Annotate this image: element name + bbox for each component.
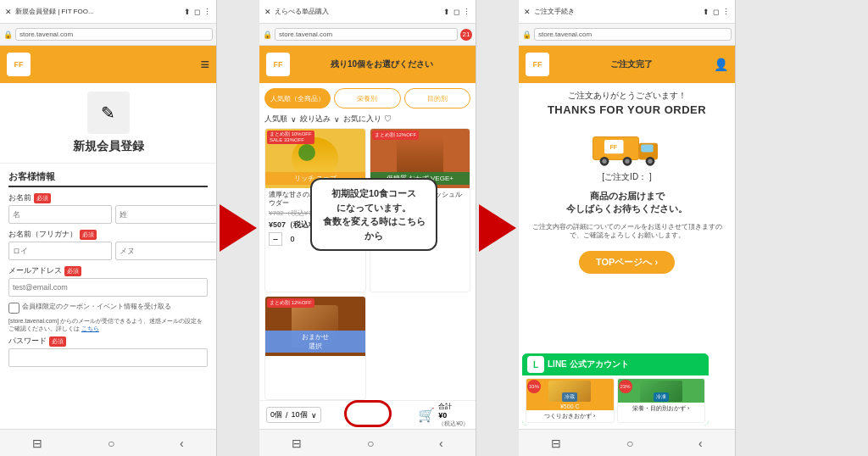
counter-minus-1[interactable]: − bbox=[269, 232, 282, 246]
close-icon-2[interactable]: ✕ bbox=[264, 8, 271, 16]
line-banner[interactable]: L LINE 公式アカウント 33% 冷蔵 ¥500 C つくりおきおかず › … bbox=[522, 353, 709, 425]
tab-icon[interactable]: ◻ bbox=[194, 8, 200, 16]
share-icon-3[interactable]: ⬆ bbox=[703, 8, 709, 16]
cart-counter[interactable]: 0個 / 10個 ∨ bbox=[266, 407, 321, 423]
phone3-ff-logo: FF bbox=[526, 53, 549, 76]
nav2-back-btn[interactable]: ‹ bbox=[439, 437, 443, 450]
email-label: メールアドレス 必須 bbox=[8, 265, 208, 276]
nav-back-btn[interactable]: ‹ bbox=[180, 437, 184, 450]
email-input[interactable] bbox=[8, 278, 208, 297]
phone3-browser-bar: 🔒 store.tavenal.com bbox=[519, 24, 735, 46]
hamburger-menu[interactable]: ≡ bbox=[200, 56, 209, 74]
ff-logo: FF bbox=[7, 53, 31, 76]
line-card-1[interactable]: 33% 冷蔵 ¥500 C つくりおきおかず › bbox=[526, 378, 615, 423]
cart-icon: 🛒 bbox=[418, 407, 435, 423]
card1-label1: 冷蔵 bbox=[562, 392, 577, 402]
menu-icon-3[interactable]: ⋮ bbox=[722, 8, 730, 16]
sort-btn[interactable]: 人気順 bbox=[264, 114, 287, 125]
nav3-menu-btn[interactable]: ⊟ bbox=[551, 437, 561, 450]
cart-icon-group: 🛒 合計 ¥0 （税込¥0） bbox=[418, 402, 469, 428]
line-logo: L bbox=[527, 356, 544, 373]
favorite-btn[interactable]: お気に入り ♡ bbox=[343, 114, 392, 125]
svg-rect-5 bbox=[641, 145, 653, 153]
menu-icon-2[interactable]: ⋮ bbox=[463, 8, 470, 16]
furigana-required-badge: 必須 bbox=[80, 230, 97, 240]
filter-tabs: 人気順（全商品） 栄養別 目的別 bbox=[259, 83, 476, 112]
password-label: パスワード 必須 bbox=[8, 336, 208, 347]
coupon-note: [store.tavenal.com] からのメールが受信できるよう、迷惑メール… bbox=[8, 317, 208, 332]
arrow1 bbox=[220, 204, 257, 252]
line-card-img-2: 23% 冷凍 bbox=[618, 379, 705, 403]
nav-menu-btn[interactable]: ⊟ bbox=[32, 437, 42, 450]
top-page-button[interactable]: TOPページへ › bbox=[579, 251, 675, 274]
svg-point-7 bbox=[602, 159, 606, 164]
edit-icon: ✎ bbox=[101, 103, 115, 123]
arrow1-container bbox=[217, 0, 259, 456]
product-tag-3: おまかせ選択 bbox=[265, 331, 365, 353]
tab-icon-2[interactable]: ◻ bbox=[453, 8, 459, 16]
product-badge-1: まとめ割 10%OFFSALE 33%OFF bbox=[267, 131, 314, 144]
phone2-nav: ⊟ ○ ‹ bbox=[259, 429, 476, 456]
phone3-browser-url[interactable]: store.tavenal.com bbox=[534, 28, 732, 41]
products-grid: まとめ割 10%OFFSALE 33%OFF リッチ スープ 濃厚な甘さのパンプ… bbox=[259, 128, 476, 400]
form-section: お客様情報 お名前 必須 お名前（フリガナ） 必須 bbox=[0, 164, 216, 429]
arrow2-container bbox=[476, 0, 519, 456]
line-card-img-1: 33% 冷蔵 bbox=[526, 379, 614, 403]
coupon-checkbox[interactable] bbox=[8, 303, 19, 314]
furigana-field-row bbox=[8, 242, 208, 260]
line-title: LINE 公式アカウント bbox=[548, 359, 629, 370]
phone3-header: FF ご注文完了 👤 bbox=[519, 46, 735, 83]
password-row: パスワード 必須 bbox=[8, 336, 208, 367]
filter-tab-purpose[interactable]: 目的別 bbox=[404, 88, 470, 108]
phone2-header: FF 残り10個をお選びください bbox=[259, 46, 476, 83]
product-badge-3: まとめ割 12%OFF bbox=[267, 298, 314, 308]
name-label: お名前 必須 bbox=[8, 192, 208, 203]
password-input[interactable] bbox=[8, 348, 208, 367]
counter-val-1: 0 bbox=[286, 235, 299, 243]
nav2-menu-btn[interactable]: ⊟ bbox=[292, 437, 302, 450]
tab-title: 新規会員登録 | FIT FOO... bbox=[15, 7, 94, 16]
cart-price: ¥0 bbox=[438, 411, 469, 420]
nav3-home-btn[interactable]: ○ bbox=[626, 437, 633, 450]
order-id-section: [ご注文ID： ] bbox=[602, 171, 651, 183]
phone1-nav: ⊟ ○ ‹ bbox=[0, 429, 216, 456]
product-card-3[interactable]: まとめ割 12%OFF おまかせ選択 bbox=[264, 296, 366, 400]
reg-icon: ✎ bbox=[87, 92, 130, 134]
share-icon[interactable]: ⬆ bbox=[184, 8, 191, 16]
phone2-topbar: ✕ えらべる単品購入 ⬆ ◻ ⋮ bbox=[259, 0, 476, 24]
menu-icon[interactable]: ⋮ bbox=[203, 8, 211, 16]
filter-tab-nutrition[interactable]: 栄養別 bbox=[334, 88, 400, 108]
phone2-topbar-icons: ⬆ ◻ ⋮ bbox=[443, 8, 470, 16]
phone3-topbar: ✕ ご注文手続き ⬆ ◻ ⋮ bbox=[519, 0, 735, 24]
nav3-back-btn[interactable]: ‹ bbox=[698, 437, 703, 450]
name-field-row bbox=[8, 205, 208, 224]
line-card-2[interactable]: 23% 冷凍 栄養・目的別おかず › bbox=[617, 378, 706, 423]
last-name-input[interactable] bbox=[115, 205, 216, 224]
share-icon-2[interactable]: ⬆ bbox=[443, 8, 450, 16]
name-row: お名前 必須 bbox=[8, 192, 208, 224]
phone3-topbar-icons: ⬆ ◻ ⋮ bbox=[703, 8, 730, 16]
here-link[interactable]: こちら bbox=[81, 325, 99, 331]
browser-bar: 🔒 store.tavenal.com bbox=[0, 24, 216, 46]
filter-btn[interactable]: 絞り込み bbox=[300, 114, 331, 125]
furigana-first-input[interactable] bbox=[8, 242, 112, 260]
line-card-label-2: 栄養・目的別おかず › bbox=[618, 403, 705, 414]
close-icon-3[interactable]: ✕ bbox=[524, 8, 531, 16]
nav-home-btn[interactable]: ○ bbox=[108, 437, 114, 450]
red-circle-highlight bbox=[344, 400, 392, 427]
tab-icon-3[interactable]: ◻ bbox=[713, 8, 719, 16]
lock-icon: 🔒 bbox=[3, 31, 13, 39]
user-icon[interactable]: 👤 bbox=[714, 58, 728, 71]
first-name-input[interactable] bbox=[8, 205, 112, 224]
browser-url[interactable]: store.tavenal.com bbox=[15, 28, 213, 41]
nav2-home-btn[interactable]: ○ bbox=[367, 437, 374, 450]
phone2-browser-url[interactable]: store.tavenal.com bbox=[275, 28, 458, 41]
card1-price: ¥500 C bbox=[526, 403, 614, 410]
callout-bubble: 初期設定10食コース になっています。 食数を変える時はこちらから bbox=[310, 178, 437, 251]
phone2-product: ✕ えらべる単品購入 ⬆ ◻ ⋮ 🔒 store.tavenal.com 21 … bbox=[259, 0, 476, 456]
svg-point-11 bbox=[648, 159, 652, 164]
furigana-last-input[interactable] bbox=[115, 242, 216, 260]
close-icon[interactable]: ✕ bbox=[5, 8, 12, 16]
filter-tab-popular[interactable]: 人気順（全商品） bbox=[264, 88, 331, 108]
tab-title-2: えらべる単品購入 bbox=[275, 7, 329, 16]
